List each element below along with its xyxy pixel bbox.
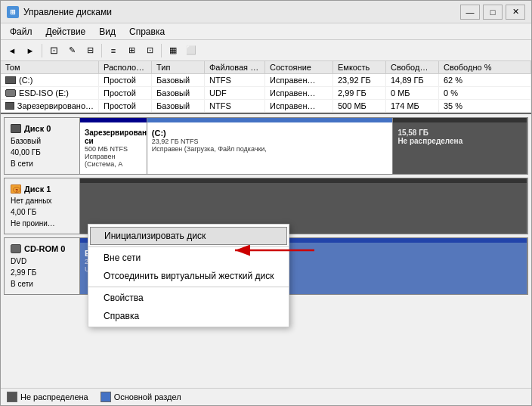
toolbar-btn-6[interactable]: ⊡ bbox=[141, 42, 158, 59]
cell-status-0: Исправен… bbox=[265, 74, 333, 86]
context-menu-separator-1 bbox=[88, 246, 289, 247]
legend-label-primary: Основной раздел bbox=[114, 392, 181, 401]
close-button[interactable]: ✕ bbox=[506, 5, 525, 20]
context-menu-item-detach[interactable]: Отсоединить виртуальный жесткий диск bbox=[88, 267, 289, 285]
cell-pct-1: 0 % bbox=[439, 87, 531, 99]
header-tom: Том bbox=[1, 61, 99, 73]
header-status: Состояние bbox=[265, 61, 333, 73]
header-capacity: Емкость bbox=[333, 61, 386, 73]
partition-unalloc-name-0: 15,58 ГБНе распределена bbox=[397, 129, 522, 145]
context-menu-item-offline[interactable]: Вне сети bbox=[88, 249, 289, 267]
menu-bar: Файл Действие Вид Справка bbox=[1, 23, 531, 40]
hdd-icon-2 bbox=[5, 102, 14, 110]
forward-button[interactable]: ► bbox=[22, 42, 39, 59]
title-bar-controls: — □ ✕ bbox=[460, 5, 525, 20]
hdd-icon bbox=[5, 76, 16, 84]
cell-cap-2: 500 МБ bbox=[333, 100, 386, 112]
legend-box-primary bbox=[101, 392, 111, 402]
partition-c-name: (C:) bbox=[152, 129, 388, 138]
menu-action[interactable]: Действие bbox=[40, 25, 92, 39]
disk-label-0: Диск 0 Базовый 40,00 ГБ В сети bbox=[5, 118, 80, 174]
disk-0-name: Диск 0 bbox=[11, 122, 73, 135]
cell-name-2: Зарезервировано… bbox=[1, 100, 99, 112]
disk-1-type: Нет данных bbox=[11, 195, 73, 206]
partition-bar-system bbox=[80, 118, 147, 122]
partition-unalloc-0[interactable]: 15,58 ГБНе распределена bbox=[393, 118, 527, 174]
toolbar: ◄ ► ⊡ ✎ ⊟ ≡ ⊞ ⊡ ▦ ⬜ bbox=[1, 40, 531, 61]
cell-free-2: 174 МБ bbox=[386, 100, 439, 112]
toolbar-btn-8[interactable]: ⬜ bbox=[183, 42, 200, 59]
toolbar-btn-7[interactable]: ▦ bbox=[165, 42, 181, 59]
toolbar-btn-3[interactable]: ⊟ bbox=[82, 42, 98, 59]
disk-row-0[interactable]: Диск 0 Базовый 40,00 ГБ В сети Зарезерви… bbox=[4, 117, 528, 175]
table-row[interactable]: Зарезервировано… Простой Базовый NTFS Ис… bbox=[1, 100, 531, 113]
title-bar-left: ⊞ Управление дисками bbox=[7, 6, 112, 18]
disk-0-size: 40,00 ГБ bbox=[11, 147, 73, 158]
header-free: Свобод… bbox=[386, 61, 439, 73]
cell-fs-0: NTFS bbox=[205, 74, 265, 86]
cell-status-2: Исправен… bbox=[265, 100, 333, 112]
context-menu-item-props[interactable]: Свойства bbox=[88, 289, 289, 307]
disk-hdd-icon-0 bbox=[11, 124, 21, 133]
header-free-pct: Свободно % bbox=[439, 61, 531, 73]
partition-bar-unalloc-0 bbox=[393, 118, 527, 122]
cell-free-0: 14,89 ГБ bbox=[386, 74, 439, 86]
partition-system-name: Зарезервировано си bbox=[85, 129, 142, 145]
legend: Не распределена Основной раздел bbox=[1, 388, 531, 405]
disk-label-cdrom: CD-ROM 0 DVD 2,99 ГБ В сети bbox=[5, 238, 80, 294]
cell-name-1: ESD-ISO (E:) bbox=[1, 87, 99, 99]
context-menu-item-init[interactable]: Инициализировать диск bbox=[90, 227, 287, 245]
header-type: Тип bbox=[152, 61, 205, 73]
dvd-icon-cdrom bbox=[11, 244, 21, 253]
toolbar-btn-5[interactable]: ⊞ bbox=[123, 42, 140, 59]
app-icon: ⊞ bbox=[7, 6, 19, 18]
cell-status-1: Исправен… bbox=[265, 87, 333, 99]
context-menu-item-help[interactable]: Справка bbox=[88, 307, 289, 325]
toolbar-separator-2 bbox=[101, 44, 102, 57]
header-fs: Файловая с… bbox=[205, 61, 265, 73]
toolbar-btn-2[interactable]: ✎ bbox=[63, 42, 80, 59]
cell-loc-0: Простой bbox=[99, 74, 152, 86]
legend-item-unalloc: Не распределена bbox=[7, 392, 88, 402]
disk-cdrom-type: DVD bbox=[11, 256, 73, 267]
disk-1-size: 4,00 ГБ bbox=[11, 206, 73, 218]
menu-file[interactable]: Файл bbox=[4, 25, 39, 39]
toolbar-btn-1[interactable]: ⊡ bbox=[45, 42, 62, 59]
minimize-button[interactable]: — bbox=[460, 5, 480, 20]
cell-type-0: Базовый bbox=[152, 74, 205, 86]
cell-cap-0: 23,92 ГБ bbox=[333, 74, 386, 86]
cell-pct-2: 35 % bbox=[439, 100, 531, 112]
partition-c-detail: 23,92 ГБ NTFSИсправен (Загрузка, Файл по… bbox=[152, 138, 388, 153]
disk-0-partitions: Зарезервировано си 500 МБ NTFSИсправен (… bbox=[80, 118, 527, 174]
back-button[interactable]: ◄ bbox=[4, 42, 20, 59]
header-location: Располо… bbox=[99, 61, 152, 73]
disk-label-1: ? Диск 1 Нет данных 4,00 ГБ Не проини… bbox=[5, 178, 80, 234]
toolbar-btn-4[interactable]: ≡ bbox=[105, 42, 122, 59]
context-menu-separator-2 bbox=[88, 287, 289, 287]
window-title: Управление дисками bbox=[23, 7, 112, 17]
maximize-button[interactable]: □ bbox=[483, 5, 503, 20]
partition-bar-unalloc-1 bbox=[80, 178, 527, 183]
partition-c[interactable]: (C:) 23,92 ГБ NTFSИсправен (Загрузка, Фа… bbox=[147, 118, 394, 174]
table-row[interactable]: ESD-ISO (E:) Простой Базовый UDF Исправе… bbox=[1, 87, 531, 100]
dvd-icon bbox=[5, 89, 16, 97]
menu-help[interactable]: Справка bbox=[123, 25, 171, 39]
legend-box-unalloc bbox=[7, 392, 17, 402]
legend-label-unalloc: Не распределена bbox=[20, 392, 88, 401]
partition-bar-c bbox=[147, 118, 393, 122]
cell-loc-2: Простой bbox=[99, 100, 152, 112]
partition-system[interactable]: Зарезервировано си 500 МБ NTFSИсправен (… bbox=[80, 118, 147, 174]
cell-name-0: (C:) bbox=[1, 74, 99, 86]
cell-free-1: 0 МБ bbox=[386, 87, 439, 99]
table-row[interactable]: (C:) Простой Базовый NTFS Исправен… 23,9… bbox=[1, 74, 531, 87]
volume-table: Том Располо… Тип Файловая с… Состояние Е… bbox=[1, 61, 531, 114]
disk-cdrom-size: 2,99 ГБ bbox=[11, 267, 73, 278]
disk-0-type: Базовый bbox=[11, 135, 73, 147]
menu-view[interactable]: Вид bbox=[93, 25, 122, 39]
toolbar-separator-1 bbox=[42, 44, 42, 57]
disk-0-status: В сети bbox=[11, 158, 73, 169]
partition-system-detail: 500 МБ NTFSИсправен (Система, А bbox=[85, 145, 142, 168]
disk-1-status: Не проини… bbox=[11, 218, 73, 229]
disk-1-name: ? Диск 1 bbox=[11, 183, 73, 196]
main-content: Том Располо… Тип Файловая с… Состояние Е… bbox=[1, 61, 531, 405]
